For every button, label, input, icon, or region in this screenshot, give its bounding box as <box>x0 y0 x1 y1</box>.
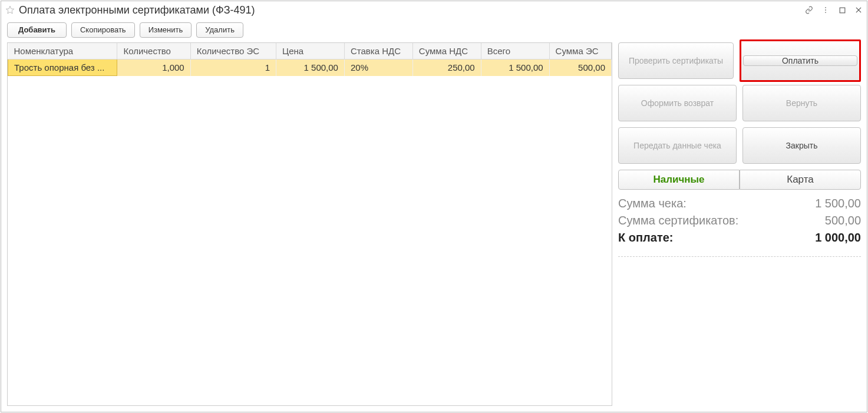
table-header-row: Номенклатура Количество Количество ЭС Це… <box>8 43 612 60</box>
cell-nomenclature[interactable]: Трость опорная без ... <box>8 60 117 76</box>
close-icon[interactable] <box>854 5 863 15</box>
col-vat-rate[interactable]: Ставка НДС <box>344 43 412 60</box>
svg-point-2 <box>825 9 826 11</box>
title-bar: Оплата электронными сертификатами (ФЗ-49… <box>1 1 867 19</box>
toggle-cash[interactable]: Наличные <box>618 170 740 190</box>
certificates-sum-label: Сумма сертификатов: <box>618 214 738 227</box>
col-sum-es[interactable]: Сумма ЭС <box>549 43 611 60</box>
title-controls <box>804 5 863 15</box>
cell-vat-sum[interactable]: 250,00 <box>412 60 481 76</box>
to-pay-label: К оплате: <box>618 231 673 245</box>
receipt-sum-line: Сумма чека: 1 500,00 <box>618 197 861 210</box>
favorite-star-icon[interactable] <box>5 5 15 15</box>
col-price[interactable]: Цена <box>276 43 345 60</box>
right-panel: Проверить сертификаты Оплатить Оформить … <box>618 42 861 406</box>
cell-total[interactable]: 1 500,00 <box>481 60 549 76</box>
col-vat-sum[interactable]: Сумма НДС <box>412 43 481 60</box>
toggle-card[interactable]: Карта <box>740 170 861 190</box>
window: Оплата электронными сертификатами (ФЗ-49… <box>1 1 867 412</box>
issue-return-button[interactable]: Оформить возврат <box>618 85 737 121</box>
col-nomenclature[interactable]: Номенклатура <box>8 43 117 60</box>
copy-button[interactable]: Скопировать <box>71 22 135 38</box>
receipt-sum-label: Сумма чека: <box>618 197 687 210</box>
main-area: Номенклатура Количество Количество ЭС Це… <box>7 42 861 406</box>
payment-method-toggle: Наличные Карта <box>618 170 861 190</box>
cell-vat-rate[interactable]: 20% <box>344 60 412 76</box>
items-table: Номенклатура Количество Количество ЭС Це… <box>8 43 612 76</box>
certificates-sum-line: Сумма сертификатов: 500,00 <box>618 214 861 227</box>
items-table-container: Номенклатура Количество Количество ЭС Це… <box>7 42 612 406</box>
col-quantity-es[interactable]: Количество ЭС <box>190 43 276 60</box>
close-button[interactable]: Закрыть <box>742 127 861 164</box>
pay-button-highlight: Оплатить <box>740 39 861 82</box>
cell-price[interactable]: 1 500,00 <box>276 60 345 76</box>
more-menu-icon[interactable] <box>821 5 830 15</box>
link-icon[interactable] <box>804 5 814 15</box>
maximize-icon[interactable] <box>837 5 847 15</box>
col-total[interactable]: Всего <box>481 43 549 60</box>
edit-button[interactable]: Изменить <box>140 22 192 38</box>
table-row[interactable]: Трость опорная без ... 1,000 1 1 500,00 … <box>8 60 612 76</box>
svg-marker-0 <box>6 6 14 14</box>
cell-quantity-es[interactable]: 1 <box>190 60 276 76</box>
col-quantity[interactable]: Количество <box>117 43 190 60</box>
pay-button[interactable]: Оплатить <box>743 55 857 66</box>
delete-button[interactable]: Удалить <box>196 22 243 38</box>
toolbar: Добавить Скопировать Изменить Удалить <box>1 19 867 42</box>
certificates-sum-value: 500,00 <box>825 214 861 227</box>
summary-block: Сумма чека: 1 500,00 Сумма сертификатов:… <box>618 197 861 257</box>
to-pay-value: 1 000,00 <box>815 231 861 245</box>
receipt-sum-value: 1 500,00 <box>815 197 861 210</box>
to-pay-line: К оплате: 1 000,00 <box>618 231 861 245</box>
svg-rect-4 <box>840 8 845 13</box>
window-title: Оплата электронными сертификатами (ФЗ-49… <box>19 4 804 16</box>
cell-quantity[interactable]: 1,000 <box>117 60 190 76</box>
send-receipt-data-button[interactable]: Передать данные чека <box>618 127 737 164</box>
svg-point-3 <box>825 12 826 13</box>
cell-sum-es[interactable]: 500,00 <box>549 60 611 76</box>
add-button[interactable]: Добавить <box>7 22 67 38</box>
check-certificates-button[interactable]: Проверить сертификаты <box>618 42 734 79</box>
return-button[interactable]: Вернуть <box>742 85 861 121</box>
svg-point-1 <box>825 7 826 8</box>
